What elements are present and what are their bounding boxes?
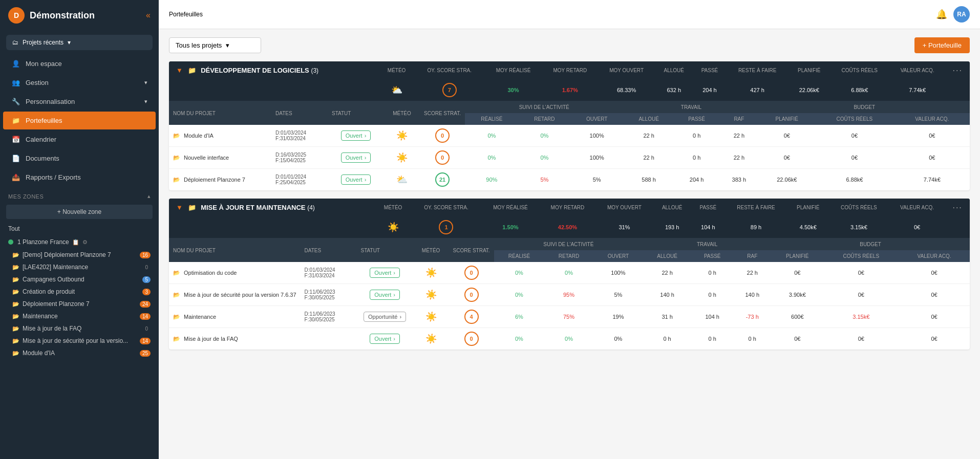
project-realise: 6% xyxy=(494,306,545,328)
sidebar-project-demo[interactable]: 📂 [Demo] Déploiement Planzone 7 16 xyxy=(0,249,159,261)
col-statut: STATUT xyxy=(328,101,384,125)
cloud-sun-icon: ⛅ xyxy=(396,174,408,185)
project-filter-dropdown[interactable]: Tous les projets ▾ xyxy=(169,37,261,53)
project-label: Mise à jour de la FAQ xyxy=(23,325,81,332)
project-raf: 0 h xyxy=(733,328,771,350)
sidebar-project-faq[interactable]: 📂 Mise à jour de la FAQ 0 xyxy=(0,322,159,335)
portfolio-menu-icon[interactable]: ··· xyxy=(953,66,963,75)
folder-icon: 📂 xyxy=(12,276,19,283)
new-zone-button[interactable]: + Nouvelle zone xyxy=(6,205,153,219)
project-ouvert: 19% xyxy=(593,306,643,328)
folder-icon: 📂 xyxy=(12,301,19,308)
project-couts: 0€ xyxy=(824,328,899,350)
sidebar-project-module-ia[interactable]: 📂 Module d'IA 25 xyxy=(0,347,159,359)
sun-icon: ☀️ xyxy=(425,268,437,278)
project-couts: 6.88k€ xyxy=(815,169,894,191)
project-label: [Demo] Déploiement Planzone 7 xyxy=(23,251,111,258)
summary-col-score: OY. SCORE STRA. xyxy=(414,61,484,79)
project-dates: D:16/03/2025 F:15/04/2025 xyxy=(271,147,328,169)
score-circle: 0 xyxy=(435,150,450,165)
project-passe: 104 h xyxy=(691,306,733,328)
person-icon: 👤 xyxy=(11,60,20,68)
summary-col-raf: RESTE À FAIRE xyxy=(725,199,787,216)
project-raf: 22 h xyxy=(733,262,771,284)
statut-button[interactable]: Opportunité › xyxy=(364,312,406,322)
project-count: 14 xyxy=(140,338,151,344)
sidebar-zone-planzone-france[interactable]: 1 Planzone France 📋 ⚙ xyxy=(0,235,159,249)
sidebar-item-mon-espace[interactable]: 👤 Mon espace xyxy=(3,55,156,73)
summary-alloue-value: 193 h xyxy=(665,224,679,230)
sidebar-project-creation[interactable]: 📂 Création de produit 3 xyxy=(0,286,159,298)
sidebar-project-selector[interactable]: 🗂 Projets récents ▾ xyxy=(6,35,153,50)
project-valeur: 0€ xyxy=(894,147,970,169)
summary-col-passe: PASSÉ xyxy=(691,199,725,216)
project-alloue: 0 h xyxy=(643,328,691,350)
add-portfolio-button[interactable]: + Portefeuille xyxy=(914,37,970,53)
sidebar-zones-section: Mes zones ▴ xyxy=(0,187,159,202)
sidebar-project-deploiement[interactable]: 📂 Déploiement Planzone 7 24 xyxy=(0,298,159,310)
summary-values-row: ☀️ 1 1.50% 42.50% 31% xyxy=(169,216,970,238)
portfolio-collapse-icon[interactable]: ▼ xyxy=(176,204,183,211)
sidebar-item-documents[interactable]: 📄 Documents xyxy=(3,149,156,167)
project-dates: D:01/03/2024 F:31/03/2024 xyxy=(271,125,328,147)
project-raf: 383 h xyxy=(719,169,759,191)
statut-button[interactable]: Ouvert › xyxy=(370,290,400,300)
zone-icon: 📋 xyxy=(72,239,79,246)
summary-couts-value: 3.15k€ xyxy=(850,224,867,230)
summary-col-alloue: ALLOUÉ xyxy=(653,199,691,216)
project-ouvert: 5% xyxy=(593,284,643,306)
sidebar-project-securite[interactable]: 📂 Mise à jour de sécurité pour la versio… xyxy=(0,335,159,347)
col-couts: COÛTS RÉELS xyxy=(824,250,899,262)
chevron-down-icon: ▾ xyxy=(68,39,71,46)
portfolio-menu-icon[interactable]: ··· xyxy=(952,203,962,212)
table-row: 📂 Déploiement Planzone 7 D:01/01/2024 F:… xyxy=(169,169,970,191)
topbar: Portefeuilles 🔔 RA xyxy=(159,0,980,29)
portfolio-dev-logiciels: ▼ 📁 Développement de logiciels (3) MÉTÉO… xyxy=(169,61,970,190)
project-retard: 0% xyxy=(544,328,593,350)
project-label: Déploiement Planzone 7 xyxy=(23,300,90,308)
statut-button[interactable]: Ouvert › xyxy=(341,174,371,185)
summary-planifie-value: 4.50k€ xyxy=(800,224,817,230)
statut-button[interactable]: Ouvert › xyxy=(341,152,371,163)
sidebar-item-rapports[interactable]: 📤 Rapports / Exports xyxy=(3,168,156,186)
sidebar-project-campagnes[interactable]: 📂 Campagnes Outbound 5 xyxy=(0,273,159,286)
project-passe: 0 h xyxy=(691,284,733,306)
project-ouvert: 100% xyxy=(593,262,643,284)
statut-button[interactable]: Ouvert › xyxy=(341,130,371,141)
filter-label: Tous les projets xyxy=(176,41,222,49)
sidebar-collapse-icon[interactable]: « xyxy=(146,11,151,20)
project-meteo: ☀️ xyxy=(413,284,449,306)
sidebar-item-gestion[interactable]: 👥 Gestion ▾ xyxy=(3,74,156,92)
project-valeur: 0€ xyxy=(894,125,970,147)
summary-alloue-value: 632 h xyxy=(667,87,681,93)
sidebar-item-calendrier[interactable]: 📅 Calendrier xyxy=(3,130,156,148)
summary-col-ouvert: MOY OUVERT xyxy=(596,199,653,216)
sidebar-zone-tout[interactable]: Tout xyxy=(0,222,159,235)
portfolio-maj-summary-table: ▼ 📁 Mise à jour et maintenance (4) MÉTÉO… xyxy=(169,199,970,238)
notification-icon[interactable]: 🔔 xyxy=(936,9,947,20)
project-valeur: 0€ xyxy=(899,262,970,284)
sidebar-item-portefeuilles[interactable]: 📁 Portefeuilles xyxy=(3,112,156,129)
portfolio-title: Mise à jour et maintenance xyxy=(201,204,305,211)
sidebar-project-maintenance[interactable]: 📂 Maintenance 14 xyxy=(0,310,159,322)
sidebar-item-personnalisation[interactable]: 🔧 Personnalisation ▾ xyxy=(3,93,156,111)
zone-label: 1 Planzone France xyxy=(17,238,69,246)
statut-button[interactable]: Ouvert › xyxy=(370,334,400,344)
sun-icon: ☀️ xyxy=(425,290,437,300)
project-score: 0 xyxy=(420,147,465,169)
summary-col-planifie: PLANIFIÉ xyxy=(787,199,829,216)
group-header-row: NOM DU PROJET DATES STATUT MÉTÉO SCORE S… xyxy=(169,101,970,113)
project-dates: D:01/01/2024 F:25/04/2025 xyxy=(271,169,328,191)
statut-button[interactable]: Ouvert › xyxy=(370,268,400,278)
score-circle: 21 xyxy=(435,172,450,187)
project-ouvert: 100% xyxy=(570,147,623,169)
project-realise: 0% xyxy=(465,147,519,169)
user-avatar[interactable]: RA xyxy=(953,6,970,23)
project-ouvert: 5% xyxy=(570,169,623,191)
summary-col-realise: MOY RÉALISÉ xyxy=(485,61,542,79)
project-label: Maintenance xyxy=(23,313,58,320)
portfolio-collapse-icon[interactable]: ▼ xyxy=(176,67,183,74)
sidebar-project-lae4202[interactable]: 📂 [LAE4202] Maintenance 0 xyxy=(0,261,159,273)
col-ouvert: OUVERT xyxy=(593,250,643,262)
table-row: 📂 Nouvelle interface D:16/03/2025 F:15/0… xyxy=(169,147,970,169)
